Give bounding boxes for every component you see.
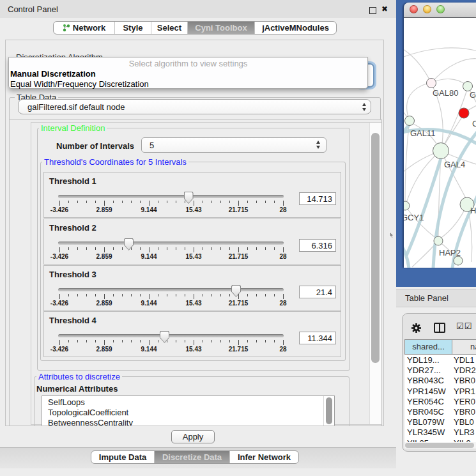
slider-tick [283,340,284,345]
table-row[interactable]: YDR27...YDR2 [404,365,476,376]
slider-tick [283,247,284,252]
attribute-list-item[interactable]: TopologicalCoefficient [42,408,334,418]
slider-track[interactable] [58,242,284,245]
tab-cyni-toolbox[interactable]: Cyni Toolbox [187,22,254,34]
slider-thumb[interactable] [231,285,241,297]
slider-tick [149,294,150,299]
minimize-window-button[interactable] [423,5,431,13]
cell-shared-name: YER054C [407,397,444,407]
threshold-slider-4: Threshold 4-3.4262.8599.14415.4321.71528… [43,311,341,357]
slider-thumb[interactable] [160,331,169,343]
node-gcy1[interactable] [404,201,410,210]
tab-infer-network[interactable]: Infer Network [229,451,298,463]
dropdown-option-manual[interactable]: Manual Discretization [10,69,96,79]
slider-tick [104,247,105,252]
slider-track[interactable] [58,334,284,337]
tab-label: Impute Data [99,452,146,462]
tab-network[interactable]: Network [54,22,114,34]
attributes-vscrollbar-thumb[interactable] [326,397,332,424]
attribute-list-item[interactable]: BetweennessCentrality [42,418,334,426]
network-canvas[interactable]: GAL80 GA GAL11 C GAL4 GCY1 HA HAP2 [404,18,476,268]
table-row[interactable]: YDL19...YDL1 [404,355,476,365]
slider-tick [167,247,167,250]
threshold-value-field[interactable]: 6.316 [299,239,336,252]
slider-tick [158,247,158,250]
tab-discretize-data[interactable]: Discretize Data [154,451,229,463]
table-header-name-label: na [470,340,476,354]
cell-name: YER0 [454,397,475,407]
table-hscrollbar-thumb[interactable] [405,443,474,448]
slider-tick [77,247,78,250]
label-gal11: GAL11 [410,128,436,138]
slider-tick [122,294,123,296]
table-row[interactable]: YLR345WYLR3 [404,427,476,438]
node-bottom[interactable] [454,256,463,265]
tab-select[interactable]: Select [151,22,187,34]
label-gcy1: GCY1 [404,213,424,222]
combobox-down-arrow [362,108,366,111]
slider-tick-label: 21.715 [229,206,249,213]
slider-tick [158,340,158,342]
tab-style[interactable]: Style [114,22,151,34]
slider-tick-label: 15.43 [185,206,201,213]
slider-tick [149,340,150,345]
slider-tick [283,294,284,299]
slider-track[interactable] [58,195,284,198]
table-header-name[interactable]: na [452,339,476,355]
network-window-titlebar[interactable] [404,3,476,18]
dropdown-placeholder-item[interactable]: Select algorithm to view settings [9,59,367,68]
slider-tick-label: 21.715 [229,300,249,307]
slider-tick [211,294,212,296]
slider-tick [176,247,176,250]
table-row[interactable]: YPR145WYPR1 [404,387,476,397]
slider-tick-label: 21.715 [229,253,249,260]
label-c: C [472,119,476,128]
threshold-value-field[interactable]: 14.713 [299,192,336,205]
attributes-listbox[interactable]: SelfLoopsTopologicalCoefficientBetweenne… [42,395,335,426]
dropdown-option-equal-width[interactable]: Equal Width/Frequency Discretization [10,79,149,89]
node-gal80[interactable] [427,79,436,88]
app-root: Control Panel ✖ NetworkStyleSelectCyni T… [0,0,476,476]
node-red[interactable] [459,108,469,118]
slider-tick [158,201,158,203]
slider-track[interactable] [58,288,284,291]
float-window-icon[interactable] [369,7,376,14]
table-data-combobox[interactable]: galFiltered.sif default node [18,99,371,114]
select-columns-icon[interactable]: ☑☑ [456,321,472,331]
close-window-button[interactable] [410,5,418,13]
slider-tick [220,340,221,342]
slider-tick [77,201,78,203]
slider-tick [68,201,69,203]
table-row[interactable]: YBR045CYBR0 [404,407,476,417]
tab-impute-data[interactable]: Impute Data [91,451,154,463]
table-row[interactable]: YBL079WYBL0 [404,417,476,427]
node-gal11[interactable] [405,116,415,126]
apply-button[interactable]: Apply [171,430,215,443]
slider-tick-label: 15.43 [185,346,201,353]
table-row[interactable]: YBR043CYBR0 [404,376,476,386]
threshold-value-field[interactable]: 11.344 [299,332,336,344]
control-panel-tabbar: NetworkStyleSelectCyni ToolboxjActiveMNo… [53,21,337,35]
attribute-list-item[interactable]: SelfLoops [42,397,334,408]
slider-tick-label: 2.859 [96,253,112,260]
settings-scroll-panel: Interval Definition Number of Intervals … [9,119,382,426]
threshold-label: Threshold 1 [49,176,96,186]
gear-icon[interactable] [411,323,422,334]
slider-thumb[interactable] [124,238,134,250]
threshold-value-field[interactable]: 21.4 [299,286,336,298]
split-view-icon[interactable] [434,323,445,333]
node-hap2[interactable] [434,236,443,245]
slider-tick-label: -3.426 [50,253,68,260]
slider-tick-label: 9.144 [141,300,157,307]
zoom-window-button[interactable] [436,5,445,13]
slider-tick [86,294,87,296]
mouse-cursor [389,232,395,239]
table-row[interactable]: YER054CYER0 [404,397,476,407]
slider-tick [176,340,176,342]
tab-jactivemnodules[interactable]: jActiveMNodules [254,22,336,34]
node-gal4[interactable] [433,143,449,159]
slider-tick [122,201,123,203]
slider-tick [238,247,239,252]
close-panel-icon[interactable]: ✖ [381,4,388,13]
table-header-shared-name[interactable]: shared... [404,339,452,355]
